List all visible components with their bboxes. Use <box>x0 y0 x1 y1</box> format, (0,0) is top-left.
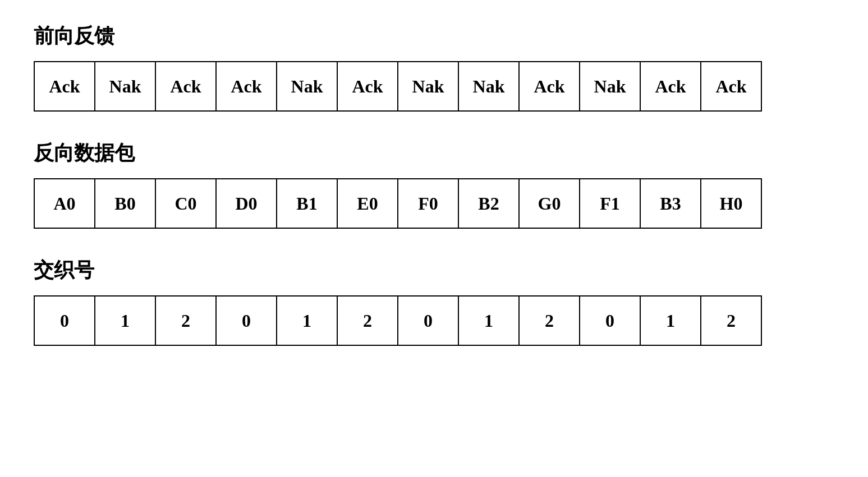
forward-feedback-section: 前向反馈 AckNakAckAckNakAckNakNakAckNakAckAc… <box>34 22 834 112</box>
interleave-section: 交织号 012012012012 <box>34 257 834 346</box>
packet-cell: B2 <box>458 178 520 229</box>
packet-cell: E0 <box>337 178 398 229</box>
packet-cell: F1 <box>579 178 641 229</box>
interleave-title: 交织号 <box>34 257 834 284</box>
interleave-row: 012012012012 <box>34 295 834 346</box>
packet-cell: A0 <box>34 178 95 229</box>
forward-feedback-title: 前向反馈 <box>34 22 834 50</box>
packet-cell: 2 <box>155 295 217 346</box>
packet-cell: 1 <box>640 295 701 346</box>
packet-cell: B1 <box>276 178 338 229</box>
packet-cell: Nak <box>94 61 156 112</box>
packet-cell: H0 <box>700 178 762 229</box>
packet-cell: 1 <box>94 295 156 346</box>
packet-cell: 0 <box>34 295 95 346</box>
packet-cell: D0 <box>215 178 277 229</box>
packet-cell: C0 <box>155 178 217 229</box>
packet-cell: Ack <box>34 61 95 112</box>
packet-cell: 2 <box>518 295 580 346</box>
packet-cell: B3 <box>640 178 701 229</box>
reverse-packets-section: 反向数据包 A0B0C0D0B1E0F0B2G0F1B3H0 <box>34 140 834 229</box>
packet-cell: Nak <box>458 61 520 112</box>
packet-cell: Ack <box>518 61 580 112</box>
packet-cell: 0 <box>215 295 277 346</box>
packet-cell: Ack <box>640 61 701 112</box>
packet-cell: Ack <box>215 61 277 112</box>
packet-cell: F0 <box>397 178 459 229</box>
packet-cell: Nak <box>579 61 641 112</box>
packet-cell: Nak <box>397 61 459 112</box>
packet-cell: 0 <box>579 295 641 346</box>
packet-cell: 2 <box>700 295 762 346</box>
forward-feedback-row: AckNakAckAckNakAckNakNakAckNakAckAck <box>34 61 834 112</box>
packet-cell: 1 <box>276 295 338 346</box>
packet-cell: 2 <box>337 295 398 346</box>
packet-cell: G0 <box>518 178 580 229</box>
packet-cell: Ack <box>337 61 398 112</box>
packet-cell: 1 <box>458 295 520 346</box>
reverse-packets-row: A0B0C0D0B1E0F0B2G0F1B3H0 <box>34 178 834 229</box>
packet-cell: Nak <box>276 61 338 112</box>
packet-cell: Ack <box>155 61 217 112</box>
packet-cell: 0 <box>397 295 459 346</box>
packet-cell: B0 <box>94 178 156 229</box>
reverse-packets-title: 反向数据包 <box>34 140 834 167</box>
packet-cell: Ack <box>700 61 762 112</box>
